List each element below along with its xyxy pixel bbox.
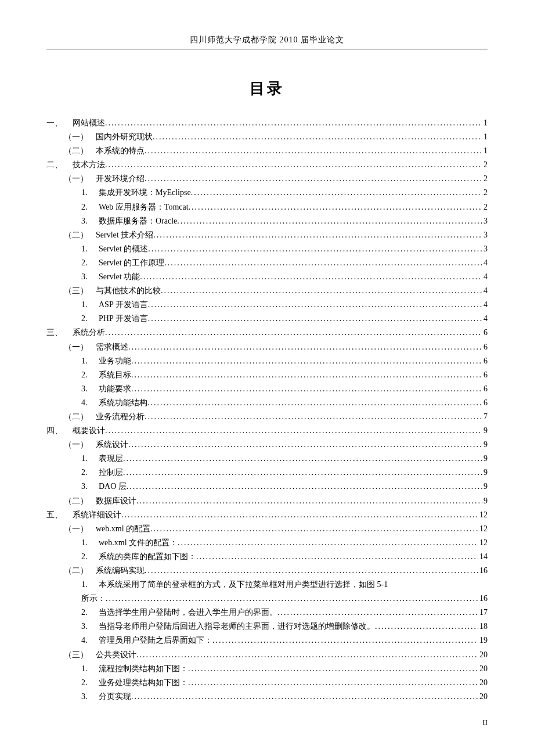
toc-leader-dots [177, 214, 482, 228]
toc-entry-page: 2 [482, 186, 488, 199]
toc-leader-dots [123, 452, 482, 465]
toc-entry-page: 20 [478, 690, 488, 703]
page-number: II [482, 718, 488, 727]
toc-entry-page: 4 [482, 270, 488, 283]
table-of-contents: 一、网站概述1（一）国内外研究现状1（二）本系统的特点1二、技术方法2（一）开发… [46, 116, 488, 703]
toc-entry-text: 当选择学生用户登陆时，会进入学生用户的界面。 [99, 606, 277, 619]
toc-leader-dots [121, 508, 478, 521]
toc-entry-page: 6 [482, 368, 488, 381]
toc-entry[interactable]: 四、概要设计9 [46, 424, 488, 437]
toc-entry-text: 管理员用户登陆之后界面如下： [99, 633, 212, 647]
toc-entry[interactable]: （二）Servlet 技术介绍3 [46, 228, 488, 242]
toc-entry[interactable]: 2.控制层9 [46, 466, 488, 479]
toc-entry[interactable]: 2.PHP 开发语言4 [46, 312, 488, 325]
toc-leader-dots [145, 564, 478, 577]
toc-entry-text: 技术方法 [73, 158, 105, 171]
toc-entry[interactable]: 三、系统分析6 [46, 326, 488, 339]
toc-entry[interactable]: 3.功能要求6 [46, 382, 488, 395]
toc-entry-text: web.xml 文件的配置： [99, 536, 178, 549]
toc-entry[interactable]: （一）web.xml 的配置12 [46, 522, 488, 535]
toc-leader-dots [148, 298, 482, 311]
toc-entry[interactable]: （二）系统编码实现16 [46, 564, 488, 577]
toc-entry-label: 3. [81, 620, 99, 633]
toc-entry-text: 与其他技术的比较 [96, 284, 161, 297]
toc-entry[interactable]: 3.DAO 层9 [46, 480, 488, 493]
toc-entry[interactable]: 1.表现层9 [46, 452, 488, 465]
toc-entry-text: Servlet 功能 [99, 270, 140, 283]
toc-entry-label: 4. [81, 396, 99, 409]
toc-leader-dots [140, 270, 482, 283]
toc-entry-text: Servlet 的概述 [99, 242, 148, 255]
toc-leader-dots [188, 676, 478, 689]
toc-entry[interactable]: 2.系统的类库的配置如下图：14 [46, 550, 488, 563]
toc-entry[interactable]: 3.Servlet 功能4 [46, 270, 488, 283]
toc-entry-text: 系统设计 [96, 438, 128, 451]
toc-entry[interactable]: 1.业务功能6 [46, 354, 488, 368]
toc-entry[interactable]: （二）数据库设计9 [46, 494, 488, 507]
toc-entry-text: ASP 开发语言 [99, 298, 148, 311]
toc-entry[interactable]: 2.系统目标6 [46, 368, 488, 381]
toc-entry-label: 二、 [46, 158, 73, 171]
toc-entry-text: PHP 开发语言 [99, 312, 148, 325]
toc-entry[interactable]: 4.管理员用户登陆之后界面如下：19 [46, 633, 488, 647]
toc-entry[interactable]: （二）本系统的特点1 [46, 144, 488, 157]
toc-entry[interactable]: 1.本系统采用了简单的登录框的方式，及下拉菜单框对用户类型进行选择，如图 5-1 [46, 578, 488, 591]
toc-leader-dots [150, 522, 478, 535]
toc-entry-label: 2. [81, 550, 99, 563]
toc-entry-label: 3. [81, 480, 99, 493]
toc-entry[interactable]: （一）系统设计9 [46, 438, 488, 451]
toc-entry-page: 6 [482, 340, 488, 354]
toc-entry[interactable]: （一）国内外研究现状1 [46, 130, 488, 143]
toc-entry[interactable]: 3.当指导老师用户登陆后回进入指导老师的主界面，进行对选题的增删除修改。18 [46, 620, 488, 633]
toc-entry-page: 6 [482, 354, 488, 368]
toc-entry[interactable]: 2.业务处理类结构如下图：20 [46, 676, 488, 689]
toc-entry-label: 3. [81, 214, 99, 228]
toc-entry[interactable]: 一、网站概述1 [46, 116, 488, 129]
toc-entry[interactable]: 二、技术方法2 [46, 158, 488, 171]
toc-entry[interactable]: 1.ASP 开发语言4 [46, 298, 488, 311]
toc-entry[interactable]: 1.集成开发环境：MyEclipse2 [46, 186, 488, 199]
toc-leader-dots [136, 494, 482, 507]
toc-entry[interactable]: （三）与其他技术的比较4 [46, 284, 488, 297]
toc-entry-text: 系统详细设计 [73, 508, 121, 521]
toc-entry[interactable]: 3.分页实现20 [46, 690, 488, 703]
toc-entry[interactable]: （一）开发环境介绍2 [46, 172, 488, 185]
toc-entry-text: DAO 层 [99, 480, 127, 493]
toc-entry-label: （二） [64, 410, 96, 423]
toc-entry[interactable]: 3.数据库服务器：Oracle3 [46, 214, 488, 228]
toc-entry-page: 19 [478, 633, 488, 647]
toc-entry[interactable]: （二）业务流程分析7 [46, 410, 488, 423]
toc-leader-dots [105, 326, 482, 339]
toc-entry-page: 3 [482, 214, 488, 228]
toc-entry[interactable]: 1.Servlet 的概述3 [46, 242, 488, 255]
toc-leader-dots [106, 592, 478, 605]
toc-entry[interactable]: 1.流程控制类结构如下图：20 [46, 662, 488, 675]
toc-entry[interactable]: 4.系统功能结构6 [46, 396, 488, 409]
toc-entry-page: 2 [482, 172, 488, 185]
toc-entry-text: 公共类设计 [96, 648, 136, 661]
toc-entry[interactable]: 所示：16 [46, 592, 488, 605]
toc-entry[interactable]: （一）需求概述6 [46, 340, 488, 354]
toc-entry-page: 14 [478, 550, 488, 563]
toc-leader-dots [164, 256, 482, 269]
toc-entry[interactable]: （三）公共类设计20 [46, 648, 488, 661]
toc-leader-dots [131, 368, 482, 381]
toc-entry-text: 系统目标 [99, 368, 131, 381]
toc-entry[interactable]: 2.当选择学生用户登陆时，会进入学生用户的界面。17 [46, 606, 488, 619]
toc-entry-page: 20 [478, 648, 488, 661]
toc-entry-label: （一） [64, 172, 96, 185]
toc-entry-text: 业务流程分析 [96, 410, 145, 423]
toc-leader-dots [153, 130, 482, 143]
toc-entry-page: 3 [482, 228, 488, 242]
toc-entry[interactable]: 2.Servlet 的工作原理4 [46, 256, 488, 269]
toc-entry-text: 开发环境介绍 [96, 172, 145, 185]
toc-entry[interactable]: 1.web.xml 文件的配置：12 [46, 536, 488, 549]
toc-entry-text: 系统分析 [73, 326, 105, 339]
toc-leader-dots [131, 354, 482, 368]
toc-entry-label: 1. [81, 354, 99, 368]
toc-entry[interactable]: 2.Web 应用服务器：Tomcat2 [46, 200, 488, 214]
toc-entry-label: 3. [81, 382, 99, 395]
toc-entry-text: 系统功能结构 [99, 396, 147, 409]
toc-entry-label: 2. [81, 312, 99, 325]
toc-entry[interactable]: 五、系统详细设计12 [46, 508, 488, 521]
